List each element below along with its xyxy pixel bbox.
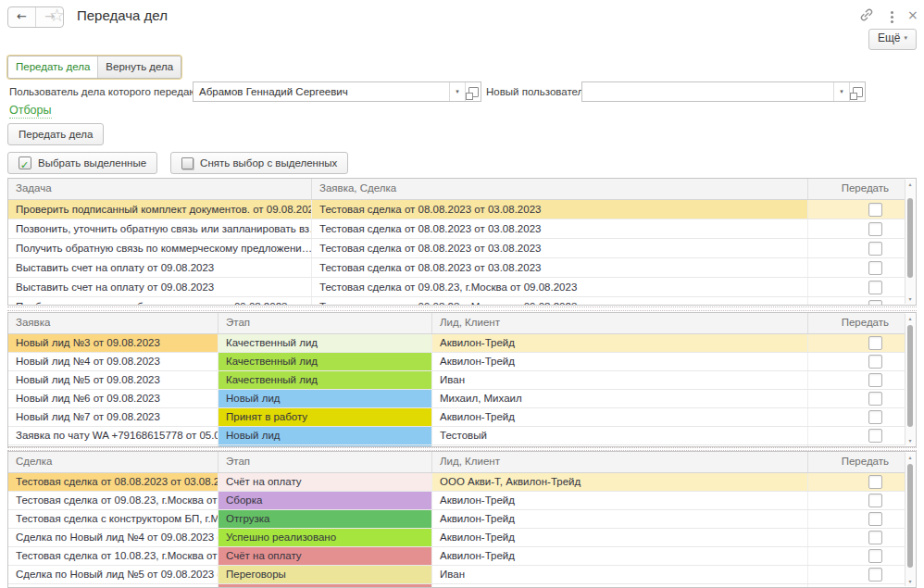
cell: Счёт на оплату: [219, 547, 432, 565]
more-button[interactable]: Ещё▾: [868, 29, 917, 50]
filters-link[interactable]: Отборы: [9, 104, 52, 119]
tasks-column-header-2[interactable]: Заявка, Сделка: [312, 179, 808, 199]
leads-column-header-2[interactable]: Этап: [219, 313, 432, 333]
transfer-checkbox[interactable]: [868, 392, 882, 406]
cell: Отгрузка: [219, 510, 432, 528]
tab-transfer-cases[interactable]: Передать дела: [8, 56, 97, 78]
link-icon[interactable]: [859, 7, 874, 22]
from-user-choose-icon[interactable]: [465, 82, 481, 101]
tasks-row-5[interactable]: Выставить счет на оплату от 09.08.2023Те…: [8, 278, 905, 297]
select-highlighted-button[interactable]: Выбрать выделенные: [7, 152, 157, 174]
tasks-row-6[interactable]: Пообщаться, получить обратную связь... о…: [8, 297, 905, 306]
leads-column-header-3[interactable]: Лид, Клиент: [432, 313, 808, 333]
scroll-down-icon[interactable]: ▾: [905, 578, 915, 585]
from-user-value[interactable]: Абрамов Геннадий Сергеевич: [194, 82, 449, 101]
leads-row-1[interactable]: Новый лид №3 от 09.08.2023Качественный л…: [8, 334, 905, 353]
scrollbar-thumb[interactable]: [907, 464, 913, 568]
transfer-checkbox[interactable]: [868, 568, 882, 582]
vertical-scrollbar[interactable]: ▴▾: [905, 314, 915, 445]
transfer-checkbox[interactable]: [868, 203, 882, 217]
deals-row-6[interactable]: Сделка по Новый лид №5 от 09.08.2023 от …: [8, 566, 905, 584]
transfer-checkbox[interactable]: [868, 355, 882, 369]
close-icon[interactable]: ×: [907, 7, 918, 22]
transfer-checkbox[interactable]: [868, 494, 882, 507]
deals-row-1[interactable]: Тестовая сделка от 08.08.2023 от 03.08.2…: [8, 473, 905, 492]
scroll-up-icon[interactable]: ▴: [905, 315, 915, 322]
leads-row-2[interactable]: Новый лид №4 от 09.08.2023Качественный л…: [8, 353, 905, 371]
cell: [219, 584, 432, 588]
to-user-value[interactable]: [582, 82, 833, 101]
leads-row-5[interactable]: Новый лид №7 от 09.08.2023Принят в работ…: [8, 408, 905, 427]
cell: Тестовая сделка от 09.08.23, г.Москва от…: [312, 278, 808, 296]
vertical-scrollbar[interactable]: ▴▾: [905, 180, 915, 304]
transfer-checkbox[interactable]: [868, 336, 882, 350]
vertical-scrollbar[interactable]: ▴▾: [905, 453, 915, 586]
leads-row-3[interactable]: Новый лид №5 от 09.08.2023Качественный л…: [8, 371, 905, 390]
tab-return-cases[interactable]: Вернуть дела: [97, 56, 181, 78]
cell: Тестовая сделка от 09.08.23, г.Москва от…: [8, 492, 219, 509]
transfer-checkbox[interactable]: [868, 242, 882, 256]
transfer-cell: [808, 297, 905, 306]
deals-column-header-1[interactable]: Сделка: [8, 452, 219, 472]
leads-column-header-transfer[interactable]: Передать: [808, 313, 905, 333]
scroll-down-icon[interactable]: ▾: [905, 295, 915, 303]
deals-row-5[interactable]: Тестовая сделка от 10.08.23, г.Москва от…: [8, 547, 905, 566]
leads-row-6[interactable]: Заявка по чату WA +79168615778 от 05.09.…: [8, 427, 905, 445]
scroll-down-icon[interactable]: ▾: [905, 437, 915, 444]
deals-row-2[interactable]: Тестовая сделка от 09.08.23, г.Москва от…: [8, 492, 905, 510]
to-user-field[interactable]: ▾: [581, 81, 866, 102]
from-user-field[interactable]: Абрамов Геннадий Сергеевич ▾: [193, 81, 481, 102]
deselect-highlighted-button[interactable]: Снять выбор с выделенных: [170, 152, 348, 174]
transfer-checkbox[interactable]: [868, 512, 882, 526]
deals-row-4[interactable]: Сделка по Новый лид №4 от 09.08.2023 от …: [8, 529, 905, 547]
cell: Аквилон-Трейд: [432, 529, 808, 546]
transfer-checkbox[interactable]: [868, 222, 882, 236]
transfer-checkbox[interactable]: [868, 429, 882, 443]
tasks-table: ЗадачаЗаявка, СделкаПередатьПроверить по…: [7, 178, 917, 306]
cell: Тестовая сделка от 09.08.23, г.Москва от…: [312, 297, 808, 306]
back-button[interactable]: ←: [8, 7, 35, 27]
deals-column-header-3[interactable]: Лид, Клиент: [432, 452, 808, 472]
to-user-choose-icon[interactable]: [849, 82, 865, 101]
transfer-checkbox[interactable]: [868, 373, 882, 387]
tasks-row-4[interactable]: Выставить счет на оплату от 09.08.2023Те…: [8, 258, 905, 278]
transfer-checkbox[interactable]: [868, 475, 882, 489]
transfer-checkbox[interactable]: [868, 300, 882, 307]
deals-table: СделкаЭтапЛид, КлиентПередатьТестовая сд…: [7, 451, 917, 588]
transfer-checkbox[interactable]: [868, 410, 882, 424]
tasks-column-header-transfer[interactable]: Передать: [808, 179, 905, 199]
transfer-checkbox[interactable]: [868, 549, 882, 563]
deals-column-header-transfer[interactable]: Передать: [808, 452, 905, 472]
scroll-up-icon[interactable]: ▴: [905, 454, 915, 461]
tasks-column-header-1[interactable]: Задача: [8, 179, 312, 199]
favorite-star-icon[interactable]: ☆: [49, 5, 65, 25]
deals-row-partial[interactable]: [8, 584, 905, 588]
from-user-dropdown-icon[interactable]: ▾: [449, 82, 465, 101]
transfer-cases-button[interactable]: Передать дела: [7, 123, 104, 145]
cell: Тестовая сделка от 08.08.2023 от 03.08.2…: [312, 258, 808, 277]
scrollbar-thumb[interactable]: [907, 325, 913, 427]
cell: Тестовая сделка от 08.08.2023 от 03.08.2…: [312, 239, 808, 257]
page-title: Передача дел: [77, 7, 168, 23]
checked-checkbox-icon: [19, 156, 31, 169]
transfer-cell: [808, 353, 905, 370]
transfer-checkbox[interactable]: [868, 531, 882, 544]
transfer-cell: [808, 510, 905, 528]
tasks-row-2[interactable]: Позвонить, уточнить обратную связь или з…: [8, 219, 905, 239]
tasks-row-1[interactable]: Проверить подписанный комплект документо…: [8, 200, 905, 219]
to-user-dropdown-icon[interactable]: ▾: [833, 82, 849, 101]
menu-dots-icon[interactable]: [891, 11, 893, 14]
tasks-row-3[interactable]: Получить обратную связь по коммерческому…: [8, 239, 905, 258]
cell: Аквилон-Трейд: [432, 510, 808, 528]
transfer-cell: [808, 390, 905, 407]
scroll-up-icon[interactable]: ▴: [905, 181, 915, 188]
scrollbar-thumb[interactable]: [907, 198, 913, 278]
transfer-checkbox[interactable]: [868, 281, 882, 294]
deals-row-3[interactable]: Тестовая сделка с конструктором БП, г.Мо…: [8, 510, 905, 529]
leads-column-header-1[interactable]: Заявка: [8, 313, 219, 333]
leads-row-4[interactable]: Новый лид №6 от 09.08.2023Новый лидМихаи…: [8, 390, 905, 408]
transfer-checkbox[interactable]: [868, 261, 882, 275]
table-splitter[interactable]: [7, 307, 917, 311]
cell: [432, 584, 808, 588]
deals-column-header-2[interactable]: Этап: [219, 452, 432, 472]
